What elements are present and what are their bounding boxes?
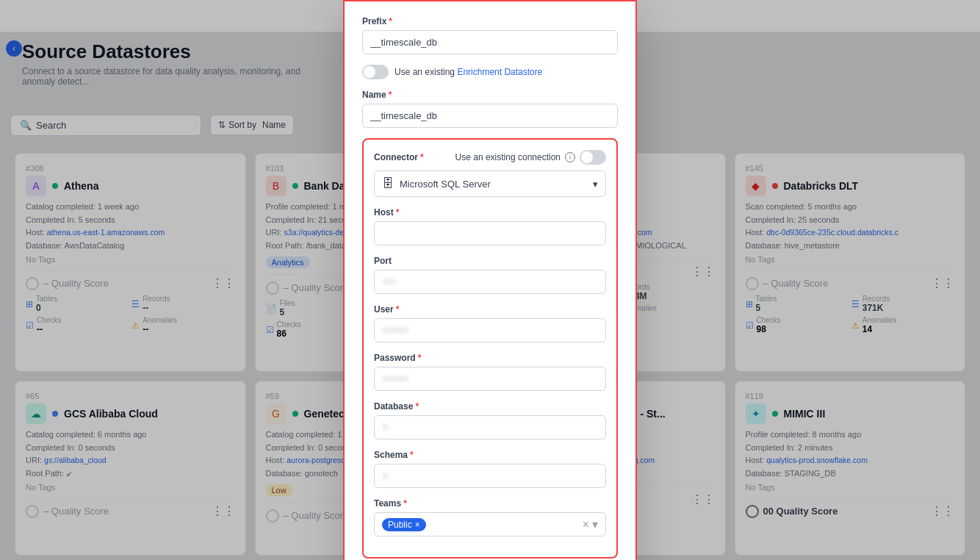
select-inner: 🗄 Microsoft SQL Server <box>382 177 491 190</box>
schema-input[interactable] <box>374 464 606 488</box>
required-indicator: * <box>418 353 422 363</box>
toggle-label: Use an existing Enrichment Datastore <box>394 67 542 77</box>
connector-section: Connector * Use an existing connection i… <box>362 138 618 559</box>
enrichment-link[interactable]: Enrichment Datastore <box>457 67 542 77</box>
required-indicator: * <box>410 450 414 460</box>
toggle-thumb <box>581 151 593 163</box>
use-existing-toggle[interactable] <box>580 150 606 165</box>
port-label: Port <box>374 256 606 266</box>
database-label: Database * <box>374 401 606 412</box>
host-input[interactable] <box>374 221 606 245</box>
required-indicator: * <box>396 304 400 315</box>
password-group: Password * <box>374 353 606 391</box>
teams-input[interactable]: Public × × ▾ <box>374 512 606 536</box>
toggle-thumb <box>364 66 375 78</box>
name-label: Name * <box>362 90 618 100</box>
required-indicator: * <box>396 207 400 218</box>
port-input[interactable] <box>374 270 606 294</box>
host-label: Host * <box>374 207 606 218</box>
name-group: Name * <box>362 90 618 128</box>
mssql-icon: 🗄 <box>382 177 394 190</box>
chevron-down-icon[interactable]: ▾ <box>592 517 598 531</box>
prefix-group: Prefix * <box>362 16 618 54</box>
teams-controls: × ▾ <box>583 517 598 531</box>
database-group: Database * <box>374 401 606 439</box>
use-existing-label: Use an existing connection <box>455 152 561 162</box>
schema-group: Schema * <box>374 450 606 488</box>
password-label: Password * <box>374 353 606 363</box>
host-group: Host * <box>374 207 606 245</box>
prefix-input[interactable] <box>362 30 618 54</box>
required-indicator: * <box>415 401 419 412</box>
enrichment-toggle[interactable] <box>362 65 389 79</box>
connector-header: Connector * Use an existing connection i <box>374 150 606 165</box>
chevron-down-icon: ▾ <box>593 179 598 190</box>
port-group: Port <box>374 256 606 294</box>
teams-label: Teams * <box>374 498 606 509</box>
required-indicator: * <box>389 16 392 26</box>
clear-icon[interactable]: × <box>583 518 589 531</box>
info-icon: i <box>565 152 575 162</box>
user-input[interactable] <box>374 318 606 342</box>
enrichment-toggle-row: Use an existing Enrichment Datastore <box>362 65 618 79</box>
connector-field-label: Connector * <box>374 152 424 162</box>
connector-value: Microsoft SQL Server <box>400 179 491 190</box>
name-input[interactable] <box>362 104 618 128</box>
database-input[interactable] <box>374 415 606 439</box>
required-indicator: * <box>420 152 424 162</box>
user-group: User * <box>374 304 606 342</box>
use-existing-connection: Use an existing connection i <box>455 150 606 165</box>
teams-group: Teams * Public × × ▾ <box>374 498 606 536</box>
schema-label: Schema * <box>374 450 606 460</box>
password-input[interactable] <box>374 367 606 391</box>
team-tag-label: Public <box>388 520 412 530</box>
connector-modal: Prefix * Use an existing Enrichment Data… <box>343 0 637 560</box>
user-label: User * <box>374 304 606 315</box>
required-indicator: * <box>403 498 407 509</box>
prefix-label: Prefix * <box>362 16 618 26</box>
connector-select[interactable]: 🗄 Microsoft SQL Server ▾ <box>374 170 606 197</box>
team-tag[interactable]: Public × <box>382 518 426 531</box>
required-indicator: * <box>389 90 392 100</box>
tag-close-icon[interactable]: × <box>415 520 420 530</box>
